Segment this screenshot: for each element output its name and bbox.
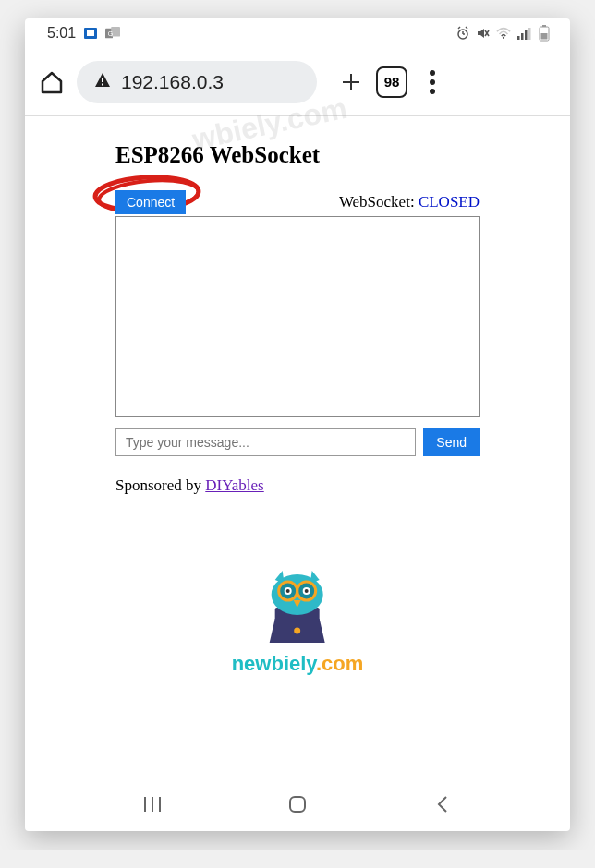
recents-button[interactable] [134, 786, 171, 823]
svg-point-12 [503, 37, 504, 39]
signal-icon [516, 26, 531, 41]
sponsor-text: Sponsored by DIYables [115, 476, 480, 495]
brand-suffix: .com [316, 652, 363, 675]
home-button[interactable] [38, 68, 66, 96]
sponsor-link[interactable]: DIYables [205, 476, 263, 494]
svg-rect-15 [525, 30, 528, 40]
translate-icon: G [105, 26, 120, 41]
status-time: 5:01 [47, 25, 76, 42]
page-content: wbiely.com ESP8266 WebSocket Connect Web… [25, 116, 570, 778]
tab-count-value: 98 [384, 74, 400, 90]
websocket-status: WebSocket: CLOSED [339, 193, 480, 211]
android-nav-bar [25, 778, 570, 831]
wifi-icon [496, 26, 511, 41]
status-bar-left: 5:01 G [47, 25, 120, 42]
brand-text: newbiely.com [232, 652, 364, 676]
svg-rect-16 [528, 28, 531, 40]
home-nav-button[interactable] [279, 786, 316, 823]
new-tab-button[interactable] [337, 68, 365, 96]
message-log [115, 216, 480, 417]
svg-rect-21 [102, 83, 103, 85]
mute-icon [476, 26, 491, 41]
status-bar-right [455, 26, 552, 41]
svg-line-9 [466, 27, 468, 29]
send-button[interactable]: Send [423, 428, 480, 456]
alarm-icon [455, 26, 470, 41]
svg-rect-13 [517, 36, 520, 40]
svg-rect-20 [102, 78, 103, 82]
svg-rect-19 [541, 33, 548, 40]
svg-point-27 [295, 628, 301, 634]
phone-frame: 5:01 G [25, 18, 570, 831]
app-icon-1 [83, 26, 98, 41]
message-input[interactable] [115, 428, 416, 456]
controls-row: Connect WebSocket: CLOSED [115, 190, 480, 214]
svg-line-8 [458, 27, 460, 29]
svg-rect-14 [521, 33, 524, 40]
ws-status-label: WebSocket: [339, 193, 419, 211]
owl-logo [253, 561, 342, 645]
page-title: ESP8266 WebSocket [115, 142, 480, 168]
svg-point-37 [305, 589, 309, 593]
url-text: 192.168.0.3 [121, 71, 224, 93]
input-row: Send [115, 428, 480, 456]
connect-button[interactable]: Connect [115, 190, 186, 214]
address-bar[interactable]: 192.168.0.3 [77, 61, 317, 103]
insecure-icon [93, 71, 112, 93]
ws-status-value: CLOSED [419, 193, 480, 211]
svg-rect-41 [290, 797, 305, 812]
svg-rect-33 [297, 589, 298, 592]
back-button[interactable] [424, 786, 461, 823]
menu-button[interactable] [419, 70, 446, 94]
brand-logo-area: newbiely.com [232, 561, 364, 676]
sponsor-label: Sponsored by [115, 476, 205, 494]
svg-text:G: G [108, 30, 114, 38]
browser-chrome: 192.168.0.3 98 [25, 48, 570, 116]
brand-name: newbiely [232, 652, 316, 675]
status-bar: 5:01 G [25, 18, 570, 48]
battery-icon [537, 26, 552, 41]
svg-rect-1 [87, 30, 94, 36]
svg-point-36 [286, 589, 290, 593]
tab-count-button[interactable]: 98 [376, 66, 407, 98]
